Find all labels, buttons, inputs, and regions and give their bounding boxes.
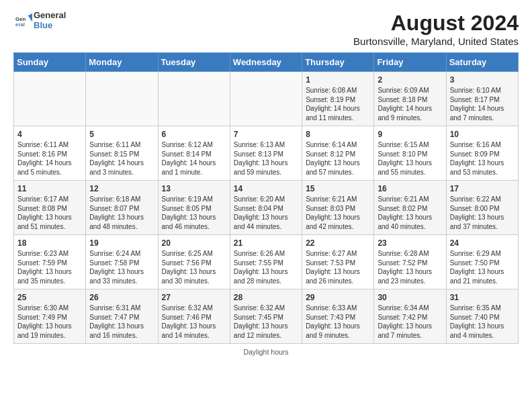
calendar-cell: 16Sunrise: 6:21 AM Sunset: 8:02 PM Dayli… <box>374 181 446 235</box>
calendar-header-row: SundayMondayTuesdayWednesdayThursdayFrid… <box>14 53 519 72</box>
day-info: Sunrise: 6:30 AM Sunset: 7:49 PM Dayligh… <box>17 304 82 340</box>
logo-icon: Gen eral <box>13 11 32 30</box>
day-number: 20 <box>162 238 226 248</box>
calendar-cell: 25Sunrise: 6:30 AM Sunset: 7:49 PM Dayli… <box>14 289 86 344</box>
day-info: Sunrise: 6:33 AM Sunset: 7:43 PM Dayligh… <box>306 304 370 340</box>
calendar-cell: 19Sunrise: 6:24 AM Sunset: 7:58 PM Dayli… <box>86 235 158 289</box>
calendar-cell: 14Sunrise: 6:20 AM Sunset: 8:04 PM Dayli… <box>230 181 302 235</box>
calendar-cell: 4Sunrise: 6:11 AM Sunset: 8:16 PM Daylig… <box>14 126 86 181</box>
footer-text: Daylight hours <box>243 348 288 356</box>
calendar-cell: 20Sunrise: 6:25 AM Sunset: 7:56 PM Dayli… <box>158 235 230 289</box>
day-number: 6 <box>162 130 226 139</box>
day-number: 27 <box>162 293 226 302</box>
calendar-cell: 8Sunrise: 6:14 AM Sunset: 8:12 PM Daylig… <box>302 126 374 181</box>
day-number: 18 <box>17 238 82 248</box>
day-number: 26 <box>89 293 154 302</box>
day-number: 7 <box>234 130 298 139</box>
day-number: 2 <box>378 75 442 85</box>
day-info: Sunrise: 6:11 AM Sunset: 8:16 PM Dayligh… <box>17 140 82 177</box>
header-area: Gen eral General Blue August 2024 Burton… <box>13 11 519 47</box>
calendar-header-saturday: Saturday <box>446 53 518 72</box>
calendar-header-tuesday: Tuesday <box>158 53 230 72</box>
calendar-cell: 28Sunrise: 6:32 AM Sunset: 7:45 PM Dayli… <box>230 289 302 344</box>
day-number: 31 <box>450 293 515 302</box>
calendar-week-row: 25Sunrise: 6:30 AM Sunset: 7:49 PM Dayli… <box>14 289 519 344</box>
day-info: Sunrise: 6:35 AM Sunset: 7:40 PM Dayligh… <box>450 304 515 340</box>
day-number: 11 <box>17 184 82 193</box>
day-info: Sunrise: 6:32 AM Sunset: 7:46 PM Dayligh… <box>162 304 226 340</box>
day-info: Sunrise: 6:17 AM Sunset: 8:08 PM Dayligh… <box>17 195 82 231</box>
calendar-cell: 27Sunrise: 6:32 AM Sunset: 7:46 PM Dayli… <box>158 289 230 344</box>
calendar-cell: 30Sunrise: 6:34 AM Sunset: 7:42 PM Dayli… <box>374 289 446 344</box>
day-info: Sunrise: 6:32 AM Sunset: 7:45 PM Dayligh… <box>234 304 298 340</box>
calendar-cell: 11Sunrise: 6:17 AM Sunset: 8:08 PM Dayli… <box>14 181 86 235</box>
day-info: Sunrise: 6:28 AM Sunset: 7:52 PM Dayligh… <box>378 249 442 285</box>
day-number: 28 <box>234 293 298 302</box>
day-number: 30 <box>378 293 442 302</box>
day-info: Sunrise: 6:15 AM Sunset: 8:10 PM Dayligh… <box>378 140 442 177</box>
day-info: Sunrise: 6:19 AM Sunset: 8:05 PM Dayligh… <box>162 195 226 231</box>
svg-text:eral: eral <box>15 21 25 28</box>
day-info: Sunrise: 6:27 AM Sunset: 7:53 PM Dayligh… <box>306 249 370 285</box>
calendar-week-row: 4Sunrise: 6:11 AM Sunset: 8:16 PM Daylig… <box>14 126 519 181</box>
day-info: Sunrise: 6:20 AM Sunset: 8:04 PM Dayligh… <box>234 195 298 231</box>
day-number: 1 <box>306 75 370 85</box>
day-info: Sunrise: 6:24 AM Sunset: 7:58 PM Dayligh… <box>89 249 154 285</box>
day-info: Sunrise: 6:21 AM Sunset: 8:03 PM Dayligh… <box>306 195 370 231</box>
day-info: Sunrise: 6:26 AM Sunset: 7:55 PM Dayligh… <box>234 249 298 285</box>
day-info: Sunrise: 6:09 AM Sunset: 8:18 PM Dayligh… <box>378 86 442 122</box>
logo-line1: General <box>34 11 66 21</box>
day-number: 17 <box>450 184 515 193</box>
day-number: 10 <box>450 130 515 139</box>
day-number: 16 <box>378 184 442 193</box>
calendar-cell: 9Sunrise: 6:15 AM Sunset: 8:10 PM Daylig… <box>374 126 446 181</box>
day-info: Sunrise: 6:11 AM Sunset: 8:15 PM Dayligh… <box>89 140 154 177</box>
calendar-cell: 24Sunrise: 6:29 AM Sunset: 7:50 PM Dayli… <box>446 235 518 289</box>
calendar-header-wednesday: Wednesday <box>230 53 302 72</box>
calendar-header-friday: Friday <box>374 53 446 72</box>
day-number: 19 <box>89 238 154 248</box>
day-info: Sunrise: 6:12 AM Sunset: 8:14 PM Dayligh… <box>162 140 226 177</box>
day-info: Sunrise: 6:31 AM Sunset: 7:47 PM Dayligh… <box>89 304 154 340</box>
day-number: 23 <box>378 238 442 248</box>
day-info: Sunrise: 6:18 AM Sunset: 8:07 PM Dayligh… <box>89 195 154 231</box>
logo-text: General Blue <box>34 11 66 31</box>
day-info: Sunrise: 6:29 AM Sunset: 7:50 PM Dayligh… <box>450 249 515 285</box>
calendar-header-thursday: Thursday <box>302 53 374 72</box>
day-info: Sunrise: 6:08 AM Sunset: 8:19 PM Dayligh… <box>306 86 370 122</box>
logo-line2: Blue <box>34 21 66 31</box>
calendar-week-row: 11Sunrise: 6:17 AM Sunset: 8:08 PM Dayli… <box>14 181 519 235</box>
day-number: 25 <box>17 293 82 302</box>
day-info: Sunrise: 6:21 AM Sunset: 8:02 PM Dayligh… <box>378 195 442 231</box>
day-number: 14 <box>234 184 298 193</box>
calendar-cell: 7Sunrise: 6:13 AM Sunset: 8:13 PM Daylig… <box>230 126 302 181</box>
day-info: Sunrise: 6:14 AM Sunset: 8:12 PM Dayligh… <box>306 140 370 177</box>
calendar-week-row: 1Sunrise: 6:08 AM Sunset: 8:19 PM Daylig… <box>14 72 519 126</box>
day-number: 3 <box>450 75 515 85</box>
calendar-cell: 26Sunrise: 6:31 AM Sunset: 7:47 PM Dayli… <box>86 289 158 344</box>
day-number: 9 <box>378 130 442 139</box>
calendar-header-monday: Monday <box>86 53 158 72</box>
calendar-cell: 2Sunrise: 6:09 AM Sunset: 8:18 PM Daylig… <box>374 72 446 126</box>
page-subtitle: Burtonsville, Maryland, United States <box>353 36 519 47</box>
day-info: Sunrise: 6:10 AM Sunset: 8:17 PM Dayligh… <box>450 86 515 122</box>
title-block: August 2024 Burtonsville, Maryland, Unit… <box>353 11 519 47</box>
day-info: Sunrise: 6:23 AM Sunset: 7:59 PM Dayligh… <box>17 249 82 285</box>
calendar-cell: 31Sunrise: 6:35 AM Sunset: 7:40 PM Dayli… <box>446 289 518 344</box>
calendar-table: SundayMondayTuesdayWednesdayThursdayFrid… <box>13 52 519 344</box>
footer: Daylight hours <box>13 348 519 356</box>
day-number: 21 <box>234 238 298 248</box>
calendar-cell <box>158 72 230 126</box>
calendar-cell <box>86 72 158 126</box>
day-info: Sunrise: 6:34 AM Sunset: 7:42 PM Dayligh… <box>378 304 442 340</box>
calendar-cell <box>14 72 86 126</box>
calendar-cell: 3Sunrise: 6:10 AM Sunset: 8:17 PM Daylig… <box>446 72 518 126</box>
calendar-cell: 12Sunrise: 6:18 AM Sunset: 8:07 PM Dayli… <box>86 181 158 235</box>
calendar-cell: 22Sunrise: 6:27 AM Sunset: 7:53 PM Dayli… <box>302 235 374 289</box>
calendar-cell: 15Sunrise: 6:21 AM Sunset: 8:03 PM Dayli… <box>302 181 374 235</box>
calendar-cell: 1Sunrise: 6:08 AM Sunset: 8:19 PM Daylig… <box>302 72 374 126</box>
calendar-week-row: 18Sunrise: 6:23 AM Sunset: 7:59 PM Dayli… <box>14 235 519 289</box>
day-number: 12 <box>89 184 154 193</box>
day-number: 8 <box>306 130 370 139</box>
calendar-cell: 6Sunrise: 6:12 AM Sunset: 8:14 PM Daylig… <box>158 126 230 181</box>
